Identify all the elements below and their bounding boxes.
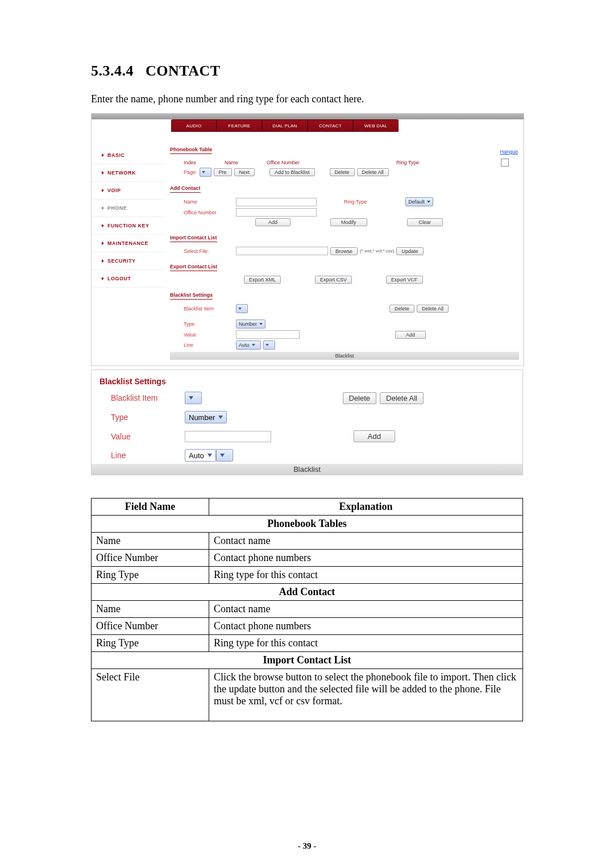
field-cell: Name <box>92 601 209 618</box>
blacklist-item-label: Blacklist Item <box>184 306 234 312</box>
blacklist-delete-all-button-large[interactable]: Delete All <box>380 392 424 404</box>
sidebar-item-security[interactable]: SECURITY <box>92 252 165 270</box>
import-title: Import Contact List <box>170 235 217 242</box>
heading-number: 5.3.4.4 <box>91 63 134 79</box>
add-to-blacklist-button[interactable]: Add to Blacklist <box>269 168 315 176</box>
update-button[interactable]: Update <box>396 247 423 255</box>
sidebar-item-basic[interactable]: BASIC <box>92 147 165 164</box>
blacklist-title-large: Blacklist Settings <box>99 377 515 386</box>
col-name: Name <box>225 160 238 165</box>
col-index: Index <box>184 160 196 165</box>
page-label: Page: <box>184 169 197 175</box>
export-csv-button[interactable]: Export CSV <box>315 276 352 284</box>
line-select-text-large: Auto <box>185 449 216 462</box>
heading-word: CONTACT <box>146 63 221 79</box>
sidebar-item-function-key[interactable]: FUNCTION KEY <box>92 217 165 235</box>
tab-audio[interactable]: AUDIO <box>171 119 217 132</box>
sidebar-item-voip[interactable]: VOIP <box>92 182 165 200</box>
export-xml-button[interactable]: Export XML <box>244 276 281 284</box>
sidebar-item-label: VOIP <box>107 188 121 193</box>
line-select[interactable] <box>263 340 275 350</box>
blacklist-delete-all-button[interactable]: Delete All <box>417 305 449 313</box>
type-select[interactable]: Number <box>236 319 265 329</box>
select-all-checkbox[interactable] <box>501 159 509 167</box>
tab-web-dial[interactable]: WEB DIAL <box>353 119 399 132</box>
field-cell: Office Number <box>92 550 209 567</box>
th-field: Field Name <box>92 499 209 516</box>
line-select-text: Auto <box>236 340 261 350</box>
office-number-input[interactable] <box>236 208 317 217</box>
pre-button[interactable]: Pre <box>214 168 232 176</box>
blacklist-bar-large: Blacklist <box>92 464 522 475</box>
chevron-right-icon <box>102 259 104 263</box>
tab-feature[interactable]: FEATURE <box>217 119 262 132</box>
line-label: Line <box>184 342 234 348</box>
hangup-link[interactable]: Hangup <box>500 149 518 155</box>
tab-contact[interactable]: CONTACT <box>308 119 353 132</box>
section-heading: 5.3.4.4 CONTACT <box>91 63 523 80</box>
add-button[interactable]: Add <box>255 218 291 226</box>
page-number: - 39 - <box>0 841 614 851</box>
value-input[interactable] <box>236 330 300 339</box>
browse-button[interactable]: Browse <box>330 247 358 255</box>
clear-button[interactable]: Clear <box>407 218 443 226</box>
blacklist-item-select-large[interactable] <box>185 392 202 404</box>
file-path-input[interactable] <box>236 247 328 255</box>
chevron-right-icon <box>102 189 104 192</box>
sidebar-item-label: FUNCTION KEY <box>107 223 150 229</box>
exp-cell: Ring type for this contact <box>209 635 523 652</box>
sidebar-item-network[interactable]: NETWORK <box>92 164 165 182</box>
group-phonebook: Phonebook Tables <box>92 516 523 533</box>
sidebar-item-logout[interactable]: LOGOUT <box>92 270 165 288</box>
col-office: Office Number <box>267 160 300 165</box>
blacklist-item-select[interactable] <box>236 304 248 313</box>
blacklist-delete-button[interactable]: Delete <box>389 305 414 313</box>
type-label: Type <box>184 321 234 327</box>
exp-cell: Contact phone numbers <box>209 618 523 635</box>
blacklist-delete-button-large[interactable]: Delete <box>343 392 377 404</box>
field-cell: Ring Type <box>92 635 209 652</box>
sidebar-item-label: SECURITY <box>107 258 136 264</box>
type-select-large[interactable]: Number <box>185 411 227 423</box>
blacklist-item-label-large: Blacklist Item <box>99 393 185 402</box>
value-input-large[interactable] <box>185 431 271 442</box>
exp-cell: Contact name <box>209 601 523 618</box>
exp-cell: Ring type for this contact <box>209 567 523 584</box>
sidebar-item-phone[interactable]: PHONE <box>92 200 165 217</box>
office-number-label: Office Number <box>184 210 234 215</box>
blacklist-add-button-large[interactable]: Add <box>354 430 395 442</box>
delete-button[interactable]: Delete <box>330 168 355 176</box>
th-explanation: Explanation <box>209 499 523 516</box>
page-select[interactable] <box>200 168 211 177</box>
blacklist-add-button[interactable]: Add <box>395 331 426 339</box>
delete-all-button[interactable]: Delete All <box>357 168 389 176</box>
blacklist-enlarged: Blacklist Settings Blacklist Item Delete… <box>91 369 523 475</box>
type-label-large: Type <box>99 413 185 422</box>
group-add-contact: Add Contact <box>92 584 523 601</box>
window-titlebar <box>92 114 524 119</box>
field-cell: Select File <box>92 669 209 721</box>
config-screenshot: AUDIO FEATURE DIAL PLAN CONTACT WEB DIAL… <box>91 113 524 366</box>
tab-dial-plan[interactable]: DIAL PLAN <box>262 119 308 132</box>
next-button[interactable]: Next <box>234 168 255 176</box>
line-select-large[interactable] <box>216 449 233 462</box>
sidebar: BASIC NETWORK VOIP PHONE FUNCTION KEY MA… <box>92 132 165 366</box>
export-vcf-button[interactable]: Export VCF <box>386 276 423 284</box>
name-input[interactable] <box>236 198 317 206</box>
value-label-large: Value <box>99 432 185 441</box>
field-cell: Office Number <box>92 618 209 635</box>
value-label: Value <box>184 332 234 338</box>
sidebar-item-label: NETWORK <box>107 170 136 176</box>
sidebar-item-label: LOGOUT <box>107 276 131 281</box>
sidebar-item-maintenance[interactable]: MAINTENANCE <box>92 235 165 252</box>
exp-cell: Contact name <box>209 533 523 550</box>
chevron-right-icon <box>102 242 104 245</box>
chevron-right-icon <box>102 224 104 227</box>
main-panel: Phonebook Table Index Name Office Number… <box>165 132 524 366</box>
field-cell: Name <box>92 533 209 550</box>
exp-cell: Contact phone numbers <box>209 550 523 567</box>
exp-cell: Click the browse button to select the ph… <box>209 669 523 721</box>
ring-type-select[interactable]: Default <box>405 197 433 206</box>
sidebar-item-label: PHONE <box>107 205 127 211</box>
modify-button[interactable]: Modify <box>330 218 367 226</box>
